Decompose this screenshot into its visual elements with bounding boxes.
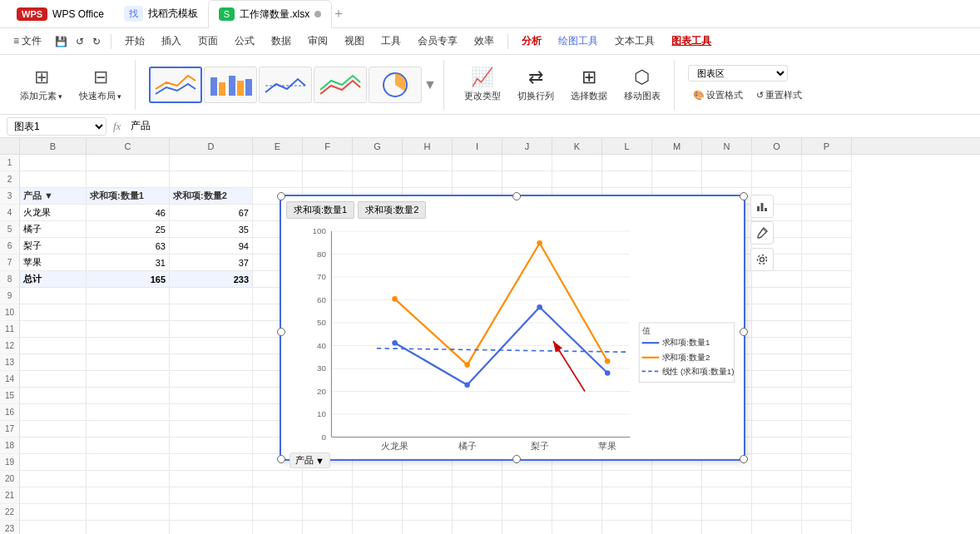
switch-row-col-button[interactable]: ⇄ 切换行列 xyxy=(511,63,561,106)
cell-p8[interactable] xyxy=(802,271,852,288)
chart-style-1[interactable] xyxy=(149,67,202,103)
cell-i2[interactable] xyxy=(453,171,502,188)
resize-handle-ml[interactable] xyxy=(277,328,285,336)
menu-analysis[interactable]: 分析 xyxy=(515,32,548,51)
menu-save-icon[interactable]: 💾 xyxy=(52,34,71,49)
chart-area-dropdown[interactable]: 图表区 xyxy=(688,65,788,82)
resize-handle-br[interactable] xyxy=(740,455,748,463)
chart-area-select[interactable]: 图表区 xyxy=(688,65,807,82)
new-tab-button[interactable]: ＋ xyxy=(332,5,345,22)
resize-handle-tm[interactable] xyxy=(512,192,521,200)
chart-style-4[interactable] xyxy=(314,67,367,103)
cell-p4[interactable] xyxy=(802,205,852,221)
cell-d1[interactable] xyxy=(170,155,253,171)
resize-handle-bm[interactable] xyxy=(512,455,521,463)
cell-c2[interactable] xyxy=(87,171,170,188)
cell-p7[interactable] xyxy=(802,255,852,271)
quick-layout-button[interactable]: ⊟ 快速布局▾ xyxy=(72,63,128,106)
cell-n1[interactable] xyxy=(702,155,752,171)
tab-wps[interactable]: WPS WPS Office xyxy=(7,0,114,28)
cell-d8-total-qty2[interactable]: 233 xyxy=(170,271,253,288)
menu-data[interactable]: 数据 xyxy=(265,32,298,51)
chart-style-2[interactable] xyxy=(204,67,257,103)
legend-tab-qty2[interactable]: 求和项:数量2 xyxy=(358,201,426,219)
cell-f1[interactable] xyxy=(303,155,353,171)
cell-p1[interactable] xyxy=(802,155,852,171)
menu-tools[interactable]: 工具 xyxy=(374,32,408,51)
resize-handle-tr[interactable] xyxy=(740,192,748,200)
cell-b4-longlong[interactable]: 火龙果 xyxy=(20,205,87,221)
cell-c1[interactable] xyxy=(87,155,170,171)
cell-g1[interactable] xyxy=(353,155,403,171)
cell-p3[interactable] xyxy=(802,188,852,205)
cell-h1[interactable] xyxy=(403,155,453,171)
cell-e1[interactable] xyxy=(253,155,303,171)
chart-tool-bar-icon[interactable] xyxy=(750,195,774,218)
menu-vip[interactable]: 会员专享 xyxy=(411,32,464,51)
cell-b5[interactable]: 橘子 xyxy=(20,221,87,238)
menu-formula[interactable]: 公式 xyxy=(228,32,261,51)
cell-n2[interactable] xyxy=(702,171,752,188)
cell-c4-qty1[interactable]: 46 xyxy=(87,205,170,221)
menu-insert[interactable]: 插入 xyxy=(155,32,188,51)
cell-c3-qty1-header[interactable]: 求和项:数量1 xyxy=(87,188,170,205)
legend-tab-qty1[interactable]: 求和项:数量1 xyxy=(286,201,354,219)
resize-handle-mr[interactable] xyxy=(740,328,748,336)
cell-l2[interactable] xyxy=(602,171,652,188)
cell-p6[interactable] xyxy=(802,238,852,255)
resize-handle-tl[interactable] xyxy=(277,192,285,200)
cell-e2[interactable] xyxy=(253,171,303,188)
menu-hamburger[interactable]: ≡ 文件 xyxy=(7,32,48,51)
resize-handle-bl[interactable] xyxy=(277,455,285,463)
select-data-button[interactable]: ⊞ 选择数据 xyxy=(564,63,614,106)
tab-xlsx[interactable]: S 工作簿数量.xlsx xyxy=(208,0,332,28)
move-chart-button[interactable]: ⬡ 移动图表 xyxy=(617,63,667,106)
menu-view[interactable]: 视图 xyxy=(338,32,371,51)
menu-draw-tools[interactable]: 绘图工具 xyxy=(552,32,605,51)
cell-c8-total-qty1[interactable]: 165 xyxy=(87,271,170,288)
cell-b7[interactable]: 苹果 xyxy=(20,255,87,271)
menu-redo-icon[interactable]: ↻ xyxy=(89,34,104,49)
menu-efficiency[interactable]: 效率 xyxy=(468,32,501,51)
cell-b6[interactable]: 梨子 xyxy=(20,238,87,255)
chart-overlay[interactable]: 求和项:数量1 求和项:数量2 xyxy=(280,195,745,461)
set-format-button[interactable]: 🎨 设置格式 xyxy=(688,87,748,104)
chart-style-5[interactable] xyxy=(369,67,422,103)
cell-m2[interactable] xyxy=(652,171,702,188)
cell-c6[interactable]: 63 xyxy=(87,238,170,255)
reset-style-button[interactable]: ↺ 重置样式 xyxy=(751,87,807,104)
cell-b8-total[interactable]: 总计 xyxy=(20,271,87,288)
cell-p5[interactable] xyxy=(802,221,852,238)
cell-l1[interactable] xyxy=(602,155,652,171)
chart-styles-scroll[interactable]: ▼ xyxy=(423,77,437,92)
name-box[interactable]: 图表1 xyxy=(7,117,106,136)
chart-style-3[interactable] xyxy=(259,67,312,103)
formula-input[interactable] xyxy=(127,119,973,134)
menu-page[interactable]: 页面 xyxy=(191,32,225,51)
cell-k2[interactable] xyxy=(552,171,602,188)
chart-tool-brush-icon[interactable] xyxy=(750,221,774,245)
cell-p2[interactable] xyxy=(802,171,852,188)
cell-d3-qty2-header[interactable]: 求和项:数量2 xyxy=(170,188,253,205)
cell-k1[interactable] xyxy=(552,155,602,171)
cell-d5[interactable]: 35 xyxy=(170,221,253,238)
cell-d2[interactable] xyxy=(170,171,253,188)
menu-start[interactable]: 开始 xyxy=(118,32,151,51)
cell-i1[interactable] xyxy=(453,155,502,171)
cell-m1[interactable] xyxy=(652,155,702,171)
cell-g2[interactable] xyxy=(353,171,403,188)
chart-filter-button[interactable]: 产品 ▼ xyxy=(290,452,330,468)
change-type-button[interactable]: 📈 更改类型 xyxy=(458,63,507,106)
cell-h2[interactable] xyxy=(403,171,453,188)
cell-o1[interactable] xyxy=(752,155,802,171)
cell-j1[interactable] xyxy=(502,155,552,171)
cell-b1[interactable] xyxy=(20,155,87,171)
menu-undo-icon[interactable]: ↺ xyxy=(72,34,87,49)
menu-chart-tools[interactable]: 图表工具 xyxy=(665,32,718,51)
tab-find[interactable]: 找 找稻壳模板 xyxy=(114,0,208,28)
cell-c5[interactable]: 25 xyxy=(87,221,170,238)
cell-o8[interactable] xyxy=(752,271,802,288)
cell-f2[interactable] xyxy=(303,171,353,188)
cell-j2[interactable] xyxy=(502,171,552,188)
menu-text-tools[interactable]: 文本工具 xyxy=(608,32,661,51)
